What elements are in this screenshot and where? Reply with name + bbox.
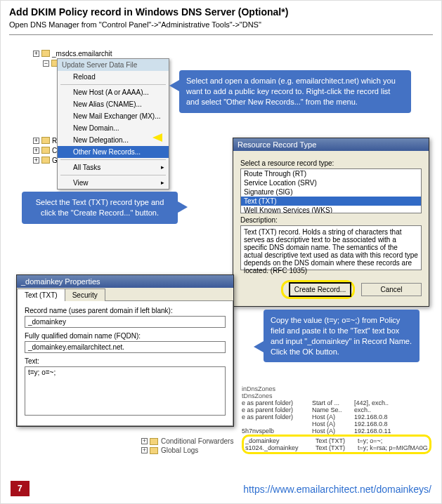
table-row: _domainkeyText (TXT)t=y; o=~;	[245, 437, 428, 444]
tab-text-txt[interactable]: Text (TXT)	[17, 289, 65, 301]
expand-icon[interactable]: +	[141, 447, 148, 453]
domainkey-properties-dialog: _domainkey Properties Text (TXT) Securit…	[16, 274, 234, 427]
callout-text: Copy the value (t=y; o=~;) from Policy f…	[271, 316, 412, 356]
yellow-arrow-icon	[152, 133, 162, 142]
context-menu: Update Server Data File Reload New Host …	[57, 58, 169, 190]
callout-tail-icon	[169, 80, 179, 91]
list-item[interactable]: Well Known Services (WKS)	[241, 206, 421, 213]
folder-icon	[41, 137, 50, 144]
callout-tail-icon	[178, 201, 188, 213]
list-item[interactable]: Signature (SIG)	[241, 187, 421, 197]
select-type-label: Select a resource record type:	[240, 159, 422, 167]
description-label: Description:	[240, 216, 422, 224]
expand-icon[interactable]: +	[33, 157, 39, 164]
record-name-input[interactable]: _domainkey	[25, 316, 226, 328]
highlighted-records: _domainkeyText (TXT)t=y; o=~; s1024._dom…	[242, 435, 431, 454]
table-row: 5h7nvspelbHost (A)192.168.0.11	[242, 427, 431, 435]
folder-icon	[41, 50, 50, 57]
menu-item-all-tasks[interactable]: All Tasks	[58, 161, 169, 173]
context-menu-header: Update Server Data File	[58, 59, 169, 71]
menu-item-new-mx[interactable]: New Mail Exchanger (MX)...	[58, 110, 169, 122]
tab-strip: Text (TXT) Security	[17, 288, 233, 301]
zone-label: tDnsZones	[242, 392, 431, 399]
menu-item-other-new-records[interactable]: Other New Records...	[58, 146, 169, 158]
resource-record-type-dialog: Resource Record Type Select a resource r…	[233, 138, 429, 307]
list-item[interactable]: Route Through (RT)	[241, 169, 421, 178]
menu-item-new-domain[interactable]: New Domain...	[58, 122, 169, 134]
description-box: Text (TXT) record. Holds a string of cha…	[240, 225, 422, 270]
table-row: e as parent folder)Start of ...[442], ex…	[242, 399, 431, 406]
tree-node: +Conditional Forwarders	[141, 437, 233, 445]
dns-record-listing: inDnsZones tDnsZones e as parent folder)…	[242, 385, 431, 454]
page-number-badge: 7	[11, 481, 30, 496]
text-label: Text:	[25, 357, 226, 365]
list-item-selected[interactable]: Text (TXT)	[241, 197, 421, 206]
zone-label: inDnsZones	[242, 385, 431, 392]
callout-select-txt: Select the Text (TXT) record type and cl…	[22, 192, 178, 224]
list-item[interactable]: Service Location (SRV)	[241, 178, 421, 187]
menu-item-new-host[interactable]: New Host (A or AAAA)...	[58, 86, 169, 98]
page-title: Add DKIM Policy record in Windows DNS Se…	[1, 1, 441, 19]
table-row: e as parent folder)Name Se..exch..	[242, 406, 431, 413]
expand-icon[interactable]: +	[33, 147, 39, 154]
tree-node[interactable]: _msdcs.emailarchit	[52, 50, 112, 58]
table-row: e as parent folder)Host (A)192.168.0.8	[242, 413, 431, 420]
dialog-title: Resource Record Type	[233, 138, 429, 151]
cancel-button[interactable]: Cancel	[361, 283, 422, 296]
record-type-list[interactable]: Route Through (RT) Service Location (SRV…	[240, 168, 422, 213]
folder-icon	[41, 157, 50, 164]
expand-icon[interactable]: +	[33, 138, 39, 144]
page: Add DKIM Policy record in Windows DNS Se…	[0, 0, 442, 504]
page-subheading: Open DNS Manager from "Control Panel"->"…	[1, 19, 441, 34]
menu-separator	[60, 84, 166, 85]
table-row: s1024._domainkeyText (TXT)t=y; k=rsa; p=…	[245, 444, 428, 451]
text-input[interactable]: t=y; o=~;	[25, 366, 226, 416]
expand-icon[interactable]: +	[33, 51, 39, 57]
callout-tail-icon	[254, 341, 264, 352]
tree-node: +Global Logs	[141, 446, 233, 454]
callout-select-domain: Select and open a domain (e.g. emailarch…	[179, 70, 411, 113]
fqdn-label: Fully qualified domain name (FQDN):	[25, 332, 226, 340]
callout-text: Select the Text (TXT) record type and cl…	[36, 198, 164, 217]
create-record-button[interactable]: Create Record...	[289, 282, 351, 297]
divider	[9, 34, 433, 35]
tab-security[interactable]: Security	[65, 289, 105, 301]
table-row: Host (A)192.168.0.8	[242, 420, 431, 427]
record-name-label: Record name (uses parent domain if left …	[25, 307, 226, 314]
tree-extra: +Conditional Forwarders +Global Logs	[141, 437, 233, 456]
menu-item-reload[interactable]: Reload	[58, 71, 169, 83]
menu-item-view[interactable]: View	[58, 177, 169, 189]
fqdn-input[interactable]: _domainkey.emailarchitect.net.	[25, 341, 226, 353]
expand-icon[interactable]: −	[43, 60, 49, 67]
menu-separator	[60, 159, 166, 160]
page-footer: 7 https://www.emailarchitect.net/domaink…	[1, 471, 441, 503]
expand-icon[interactable]: +	[141, 438, 148, 444]
folder-icon	[41, 147, 50, 154]
folder-icon	[150, 447, 158, 454]
folder-icon	[150, 438, 158, 445]
dialog-title: _domainkey Properties	[17, 275, 233, 288]
footer-url[interactable]: https://www.emailarchitect.net/domainkey…	[243, 484, 431, 495]
callout-text: Select and open a domain (e.g. emailarch…	[186, 77, 396, 106]
highlight-ring-icon: Create Record...	[281, 280, 355, 299]
menu-item-new-alias[interactable]: New Alias (CNAME)...	[58, 98, 169, 110]
menu-separator	[60, 175, 166, 175]
callout-copy-value: Copy the value (t=y; o=~;) from Policy f…	[264, 310, 420, 362]
